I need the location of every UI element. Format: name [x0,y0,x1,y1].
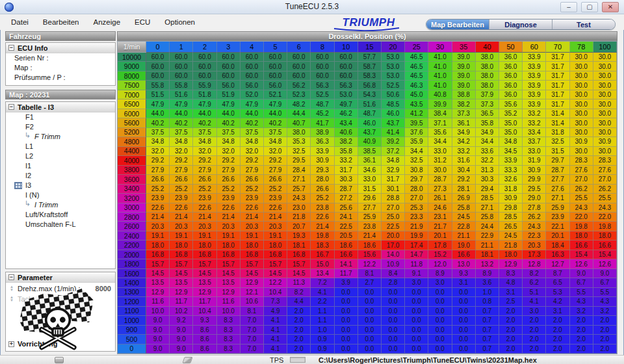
map-cell[interactable]: 33.9 [523,62,546,71]
map-cell[interactable]: 30.0 [593,118,617,127]
map-cell[interactable]: 10.4 [193,307,216,316]
map-cell[interactable]: 53.0 [382,53,405,62]
map-cell[interactable]: 28.1 [452,185,476,194]
map-cell[interactable]: 46.5 [405,53,428,62]
map-cell[interactable]: 14.5 [217,269,240,278]
map-cell[interactable]: 30.0 [570,128,593,137]
map-cell[interactable]: 28.5 [499,213,523,222]
map-cell[interactable]: 25.3 [405,203,428,213]
map-cell[interactable]: 30.1 [382,185,405,194]
map-cell[interactable]: 12.7 [546,259,569,268]
row-header-4400[interactable]: 4400 [118,147,146,156]
tree-item-l1[interactable]: L1 [6,142,115,151]
map-cell[interactable]: 8.3 [499,269,523,278]
map-cell[interactable]: 16.8 [217,250,240,259]
map-cell[interactable]: 0.0 [452,307,476,316]
map-cell[interactable]: 29.2 [240,156,264,165]
map-cell[interactable]: 32.0 [240,147,264,156]
map-cell[interactable]: 29.4 [476,185,499,194]
map-cell[interactable]: 30.0 [570,147,593,156]
map-cell[interactable]: 17.3 [523,250,546,259]
map-cell[interactable]: 36.3 [311,137,334,146]
spinner-icon[interactable]: ▲▼ [8,284,15,292]
map-cell[interactable]: 60.0 [146,53,170,62]
map-cell[interactable]: 2.0 [593,344,617,354]
map-cell[interactable]: 24.3 [570,203,593,213]
map-cell[interactable]: 27.6 [546,185,569,194]
map-cell[interactable]: 33.2 [523,118,546,127]
map-cell[interactable]: 2.0 [570,344,593,354]
row-header-1000[interactable]: 1000 [118,316,146,325]
map-cell[interactable]: 30.0 [593,109,617,118]
map-cell[interactable]: 30.3 [335,175,358,184]
collapse-icon[interactable]: − [8,104,14,110]
map-cell[interactable]: 38.4 [428,109,452,118]
map-cell[interactable]: 30.3 [476,175,499,184]
map-cell[interactable]: 34.8 [217,137,240,146]
map-cell[interactable]: 18.4 [546,240,569,250]
map-cell[interactable]: 12.9 [240,278,264,287]
map-cell[interactable]: 38.8 [452,90,476,99]
map-cell[interactable]: 0.0 [358,326,382,335]
map-cell[interactable]: 16.6 [452,250,476,259]
map-cell[interactable]: 9.0 [170,335,193,344]
map-cell[interactable]: 31.7 [546,99,569,109]
map-cell[interactable]: 26.9 [452,194,476,203]
map-cell[interactable]: 16.7 [311,250,334,259]
map-cell[interactable]: 27.1 [287,175,311,184]
map-cell[interactable]: 28.3 [593,156,617,165]
map-cell[interactable]: 35.8 [476,118,499,127]
map-cell[interactable]: 25.2 [217,185,240,194]
map-cell[interactable]: 4.1 [264,344,287,354]
map-cell[interactable]: 23.9 [264,194,287,203]
map-cell[interactable]: 34.4 [428,137,452,146]
map-cell[interactable]: 34.9 [452,128,476,137]
map-cell[interactable]: 30.0 [593,128,617,137]
map-cell[interactable]: 18.0 [170,240,193,250]
map-cell[interactable]: 1.1 [311,307,334,316]
map-cell[interactable]: 0.0 [452,344,476,354]
map-cell[interactable]: 17.8 [428,240,452,250]
map-cell[interactable]: 3.1 [452,278,476,287]
map-cell[interactable]: 9.0 [146,344,170,354]
map-cell[interactable]: 3.0 [523,307,546,316]
map-cell[interactable]: 60.0 [264,62,287,71]
map-cell[interactable]: 20.3 [193,222,216,231]
map-cell[interactable]: 23.8 [358,222,382,231]
map-cell[interactable]: 26.6 [240,175,264,184]
map-cell[interactable]: 33.9 [523,72,546,81]
map-cell[interactable]: 19.8 [593,222,617,231]
map-cell[interactable]: 32.0 [146,147,170,156]
map-cell[interactable]: 53.0 [382,62,405,71]
map-cell[interactable]: 23.1 [428,213,452,222]
row-header-5200[interactable]: 5200 [118,128,146,137]
map-cell[interactable]: 43.4 [335,118,358,127]
map-cell[interactable]: 2.0 [499,316,523,325]
map-cell[interactable]: 33.0 [523,147,546,156]
menu-bearbeiten[interactable]: Bearbeiten [36,16,86,29]
map-cell[interactable]: 13.2 [476,259,499,268]
map-cell[interactable]: 3.0 [428,278,452,287]
col-header-3[interactable]: 3 [217,42,240,53]
map-cell[interactable]: 8.2 [523,269,546,278]
row-header-3600[interactable]: 3600 [118,175,146,184]
map-cell[interactable]: 2.0 [593,316,617,325]
map-cell[interactable]: 32.9 [382,166,405,175]
map-cell[interactable]: 39.0 [452,53,476,62]
map-cell[interactable]: 29.2 [452,175,476,184]
map-cell[interactable]: 56.0 [240,81,264,90]
map-cell[interactable]: 14.5 [170,269,193,278]
map-cell[interactable]: 26.6 [311,185,334,194]
map-cell[interactable]: 22.6 [217,203,240,213]
map-cell[interactable]: 36.0 [499,90,523,99]
map-cell[interactable]: 35.6 [428,128,452,137]
map-cell[interactable]: 53.0 [335,90,358,99]
map-cell[interactable]: 22.6 [311,213,334,222]
map-cell[interactable]: 13.5 [217,278,240,287]
map-cell[interactable]: 10.0 [217,307,240,316]
map-cell[interactable]: 31.7 [382,175,405,184]
map-cell[interactable]: 60.0 [240,72,264,81]
map-cell[interactable]: 41.7 [311,118,334,127]
map-cell[interactable]: 30.0 [593,90,617,99]
map-cell[interactable]: 3.0 [405,278,428,287]
